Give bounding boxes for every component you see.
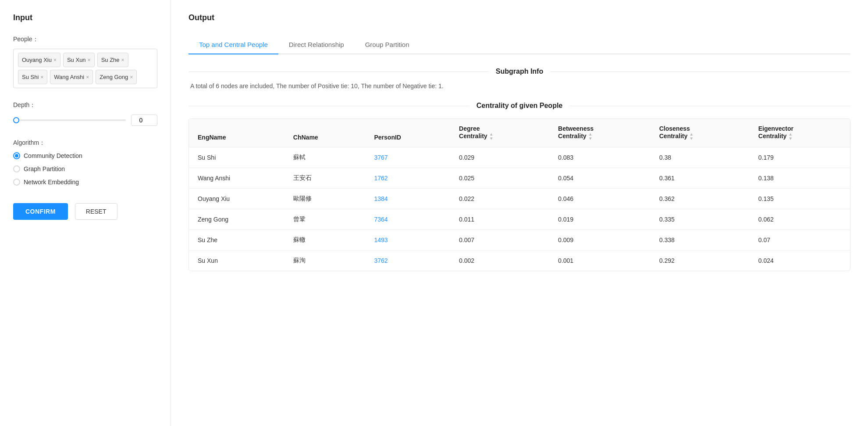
table-row: Su Xun蘇洵37620.0020.0010.2920.024 — [189, 251, 850, 271]
tag-zeng-gong[interactable]: Zeng Gong× — [96, 70, 137, 84]
cell-degree-4: 0.007 — [450, 230, 549, 251]
depth-slider-thumb[interactable] — [13, 117, 19, 123]
tag-remove-icon[interactable]: × — [121, 57, 125, 63]
th-closeness[interactable]: ClosenessCentrality▲▼ — [651, 119, 750, 147]
depth-input[interactable] — [131, 115, 157, 126]
algorithm-radio-group: Community Detection Graph Partition Netw… — [13, 152, 157, 186]
cell-chname-0: 蘇軾 — [285, 147, 366, 168]
cell-eigenvector-3: 0.062 — [750, 209, 850, 230]
algorithm-section: Algorithm： Community Detection Graph Par… — [13, 139, 157, 186]
table-header-row: EngNameChNamePersonIDDegreeCentrality▲▼B… — [189, 119, 850, 147]
cell-degree-3: 0.011 — [450, 209, 549, 230]
table-head: EngNameChNamePersonIDDegreeCentrality▲▼B… — [189, 119, 850, 147]
subgraph-divider-right — [550, 72, 850, 72]
sort-icon-degree: ▲▼ — [489, 132, 494, 141]
reset-button[interactable]: RESET — [75, 203, 117, 220]
tag-remove-icon[interactable]: × — [88, 57, 91, 63]
tag-su-shi[interactable]: Su Shi× — [18, 70, 47, 84]
tag-label: Zeng Gong — [100, 74, 128, 80]
cell-eigenvector-4: 0.07 — [750, 230, 850, 251]
tag-ouyang-xiu[interactable]: Ouyang Xiu× — [18, 53, 60, 67]
cell-engname-1: Wang Anshi — [189, 168, 285, 189]
th-degree[interactable]: DegreeCentrality▲▼ — [450, 119, 549, 147]
cell-closeness-5: 0.292 — [651, 251, 750, 271]
cell-personid-3[interactable]: 7364 — [365, 209, 450, 230]
cell-betweeness-2: 0.046 — [549, 189, 651, 209]
cell-eigenvector-1: 0.138 — [750, 168, 850, 189]
table-row: Ouyang Xiu歐陽修13840.0220.0460.3620.135 — [189, 189, 850, 209]
cell-closeness-0: 0.38 — [651, 147, 750, 168]
cell-chname-2: 歐陽修 — [285, 189, 366, 209]
input-title: Input — [13, 13, 157, 22]
subgraph-divider-left — [189, 72, 489, 72]
cell-engname-5: Su Xun — [189, 251, 285, 271]
th-betweeness[interactable]: BetweenessCentrality▲▼ — [549, 119, 651, 147]
tag-label: Su Shi — [22, 74, 39, 80]
centrality-divider-right — [569, 106, 850, 106]
table-row: Zeng Gong曾鞏73640.0110.0190.3350.062 — [189, 209, 850, 230]
tag-remove-icon[interactable]: × — [86, 74, 89, 80]
people-tags-container[interactable]: Ouyang Xiu×Su Xun×Su Zhe×Su Shi×Wang Ans… — [13, 49, 157, 88]
cell-betweeness-1: 0.054 — [549, 168, 651, 189]
subgraph-info-text: A total of 6 nodes are included, The num… — [189, 82, 850, 89]
cell-engname-0: Su Shi — [189, 147, 285, 168]
cell-personid-0[interactable]: 3767 — [365, 147, 450, 168]
cell-betweeness-5: 0.001 — [549, 251, 651, 271]
subgraph-info-header: Subgraph Info — [189, 68, 850, 75]
radio-graph[interactable]: Graph Partition — [13, 165, 157, 172]
cell-personid-1[interactable]: 1762 — [365, 168, 450, 189]
radio-community[interactable]: Community Detection — [13, 152, 157, 159]
tag-su-xun[interactable]: Su Xun× — [63, 53, 95, 67]
cell-personid-5[interactable]: 3762 — [365, 251, 450, 271]
confirm-button[interactable]: CONFIRM — [13, 203, 68, 220]
depth-label: Depth： — [13, 101, 157, 109]
tab-0[interactable]: Top and Central People — [189, 36, 278, 54]
cell-degree-0: 0.029 — [450, 147, 549, 168]
left-panel: Input People： Ouyang Xiu×Su Xun×Su Zhe×S… — [0, 0, 171, 426]
tabs-container: Top and Central PeopleDirect Relationshi… — [189, 36, 850, 54]
cell-closeness-2: 0.362 — [651, 189, 750, 209]
cell-eigenvector-0: 0.179 — [750, 147, 850, 168]
cell-eigenvector-5: 0.024 — [750, 251, 850, 271]
cell-closeness-1: 0.361 — [651, 168, 750, 189]
tag-remove-icon[interactable]: × — [40, 74, 43, 80]
cell-betweeness-0: 0.083 — [549, 147, 651, 168]
cell-betweeness-4: 0.009 — [549, 230, 651, 251]
centrality-divider-left — [189, 106, 470, 106]
cell-personid-4[interactable]: 1493 — [365, 230, 450, 251]
tag-label: Su Zhe — [101, 57, 120, 63]
tag-remove-icon[interactable]: × — [53, 57, 57, 63]
th-chname: ChName — [285, 119, 366, 147]
table-row: Su Shi蘇軾37670.0290.0830.380.179 — [189, 147, 850, 168]
cell-eigenvector-2: 0.135 — [750, 189, 850, 209]
tab-1[interactable]: Direct Relationship — [278, 36, 355, 54]
cell-closeness-3: 0.335 — [651, 209, 750, 230]
tag-remove-icon[interactable]: × — [130, 74, 133, 80]
cell-chname-1: 王安石 — [285, 168, 366, 189]
cell-degree-1: 0.025 — [450, 168, 549, 189]
th-personid: PersonID — [365, 119, 450, 147]
right-panel: Output Top and Central PeopleDirect Rela… — [171, 0, 868, 426]
cell-chname-3: 曾鞏 — [285, 209, 366, 230]
cell-betweeness-3: 0.019 — [549, 209, 651, 230]
cell-personid-2[interactable]: 1384 — [365, 189, 450, 209]
tag-su-zhe[interactable]: Su Zhe× — [97, 53, 128, 67]
sort-icon-eigenvector: ▲▼ — [788, 132, 793, 141]
algorithm-label: Algorithm： — [13, 139, 157, 147]
cell-engname-3: Zeng Gong — [189, 209, 285, 230]
th-eigenvector[interactable]: EigenvectorCentrality▲▼ — [750, 119, 850, 147]
radio-label-graph: Graph Partition — [24, 165, 65, 172]
cell-degree-2: 0.022 — [450, 189, 549, 209]
centrality-table: EngNameChNamePersonIDDegreeCentrality▲▼B… — [189, 119, 850, 271]
radio-network[interactable]: Network Embedding — [13, 179, 157, 186]
tab-2[interactable]: Group Partition — [355, 36, 420, 54]
tag-wang-anshi[interactable]: Wang Anshi× — [50, 70, 93, 84]
cell-engname-4: Su Zhe — [189, 230, 285, 251]
table-body: Su Shi蘇軾37670.0290.0830.380.179Wang Ansh… — [189, 147, 850, 271]
cell-closeness-4: 0.338 — [651, 230, 750, 251]
output-title: Output — [189, 13, 850, 22]
sort-icon-closeness: ▲▼ — [689, 132, 694, 141]
radio-circle-network — [13, 179, 20, 186]
centrality-section-title: Centrality of given People — [477, 102, 562, 110]
depth-slider-track[interactable] — [13, 119, 126, 121]
